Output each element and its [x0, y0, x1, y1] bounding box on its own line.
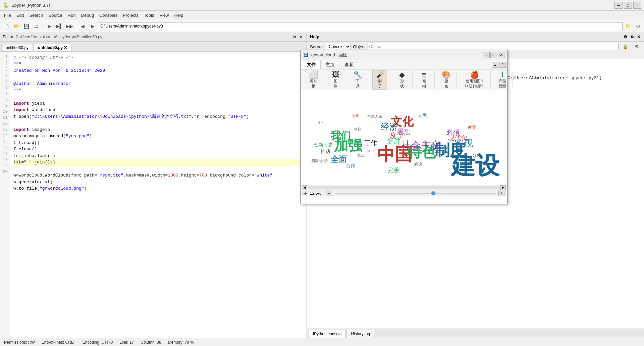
wordcloud-svg: 建设 中国 特色 制度 社会主义 加强 文化 社会 经济 我们 改革 促进 思想…	[301, 90, 507, 184]
mpl-help-ribbon-button[interactable]: ?	[499, 62, 506, 68]
zoom-slider[interactable]	[335, 193, 496, 194]
scroll-left-button[interactable]: ◀	[302, 185, 307, 190]
mpl-expand-ribbon-button[interactable]: ▲	[492, 62, 498, 68]
wc-word-世界: 世界	[424, 142, 435, 148]
save-button[interactable]: 💾	[21, 22, 31, 31]
help-options-button[interactable]: ⚙	[632, 42, 641, 51]
save-all-button[interactable]: 🗂	[32, 22, 41, 31]
ribbon-group-3d: 🍎 使用画图3D 进行编辑	[458, 71, 491, 89]
zoom-handle	[431, 191, 435, 195]
menu-edit[interactable]: Edit	[14, 12, 26, 18]
matplotlib-window: 🖼 grwordcloud - 画图 ─ □ ✕ 文件 主页 查看 ▲ ? ⬜ …	[300, 50, 507, 204]
ribbon-btn-shapes[interactable]: ◆ 形状	[394, 70, 410, 90]
menu-consoles[interactable]: Consoles	[97, 12, 120, 18]
ribbon-btn-info[interactable]: ℹ 产品提醒	[495, 70, 510, 90]
menu-search[interactable]: Search	[26, 12, 46, 18]
mpl-scrollbar-h[interactable]: ◀ ▶	[301, 185, 507, 190]
ribbon-btn-brush[interactable]: 🖌 刷子	[372, 70, 387, 90]
wc-word-思想: 思想	[397, 128, 411, 135]
ribbon-btn-thickness[interactable]: ≡ 粗细	[417, 70, 432, 90]
scroll-right-button[interactable]: ▶	[500, 185, 506, 190]
ribbon-group-tools: 🔧 工具	[347, 71, 368, 89]
run-button[interactable]: ▶	[45, 22, 54, 31]
mpl-title: grwordcloud - 画图	[311, 52, 483, 58]
menu-source[interactable]: Source	[46, 12, 65, 18]
run-cell-advance-button[interactable]: ▶▶	[65, 22, 74, 31]
wc-word-国家安全: 国家安全	[311, 158, 328, 163]
wc-word-基本: 基本	[357, 154, 365, 158]
zoom-in-button[interactable]: +	[498, 191, 504, 196]
window-controls: ─ □ ✕	[614, 2, 641, 9]
wc-word-业务: 业务	[317, 121, 324, 125]
brush-icon: 🖌	[376, 71, 384, 79]
maximize-button[interactable]: □	[624, 2, 632, 9]
new-file-button[interactable]: 📄	[1, 22, 11, 31]
wc-word-解决: 解决	[414, 162, 422, 166]
ribbon-btn-color[interactable]: 🎨 颜色	[439, 70, 454, 90]
zoom-percent: 12.5%	[310, 191, 323, 196]
wc-word-教育: 教育	[354, 127, 361, 131]
menu-file[interactable]: File	[1, 12, 14, 18]
zoom-out-button[interactable]: −	[326, 191, 332, 196]
mpl-maximize-button[interactable]: □	[490, 52, 497, 58]
wc-word-创新历史: 创新历史	[314, 142, 333, 147]
wc-word-民族: 民族	[347, 138, 360, 145]
lock-button[interactable]: 🔒	[621, 42, 630, 51]
memory-status: Memory: 79 %	[168, 340, 194, 345]
mpl-app-icon: 🖼	[303, 52, 309, 58]
mpl-ribbon: 文件 主页 查看 ▲ ? ⬜ 剪贴板 🖼 图像	[301, 60, 507, 90]
ribbon-btn-tools[interactable]: 🔧 工具	[350, 70, 365, 90]
minimize-button[interactable]: ─	[614, 2, 623, 9]
line-numbers: 1234567891011121314151617181920	[0, 52, 10, 338]
code-area[interactable]: # -*- coding: utf-8 -*- """ Created on M…	[10, 52, 307, 338]
menu-projects[interactable]: Projects	[120, 12, 141, 18]
menu-debug[interactable]: Debug	[78, 12, 97, 18]
ribbon-group-shapes: ◆ 形状	[392, 71, 413, 89]
back-button[interactable]: ◀	[78, 22, 87, 31]
console-tab-ipython[interactable]: IPython console	[309, 330, 346, 338]
editor-header-icons: ⧉ ✕	[292, 35, 304, 39]
menu-view[interactable]: View	[157, 12, 171, 18]
help-close-button[interactable]: ✕	[636, 35, 641, 39]
ribbon-btn-clipboard[interactable]: ⬜ 剪贴板	[306, 70, 321, 90]
console-tab-history[interactable]: History log	[346, 330, 374, 338]
object-input[interactable]	[368, 43, 619, 50]
mpl-close-button[interactable]: ✕	[498, 52, 504, 58]
wc-word-经济: 经济	[381, 122, 398, 132]
ribbon-btn-image[interactable]: 🖼 图像	[328, 70, 343, 90]
close-button[interactable]: ✕	[633, 2, 641, 9]
mpl-zoom-bar: ✛ 12.5% − +	[301, 190, 507, 196]
editor-path: C:\Users\Administrator\.spyder-py3\untit…	[16, 35, 102, 39]
ribbon-tab-file[interactable]: 文件	[302, 60, 321, 69]
menu-run[interactable]: Run	[65, 12, 78, 18]
app-title: Spyder (Python 3.7)	[11, 3, 614, 8]
menu-tools[interactable]: Tools	[141, 12, 157, 18]
help-float-button[interactable]: ⧉	[630, 35, 635, 39]
help-title: Help	[310, 34, 319, 39]
mpl-minimize-button[interactable]: ─	[483, 52, 490, 58]
editor-content[interactable]: 1234567891011121314151617181920 # -*- co…	[0, 52, 307, 338]
help-gear-icon[interactable]: ⚙	[623, 35, 628, 39]
wc-word-教育2: 教育	[468, 125, 476, 130]
editor-float-button[interactable]: ⧉	[292, 35, 297, 39]
menu-bar: File Edit Search Source Run Debug Consol…	[0, 11, 644, 20]
browse-button[interactable]: 📁	[623, 22, 633, 31]
forward-button[interactable]: ▶	[88, 22, 97, 31]
options-button[interactable]: ⚙	[633, 22, 643, 31]
open-file-button[interactable]: 📂	[11, 22, 21, 31]
wc-word-领导: 领导	[473, 153, 481, 158]
mpl-canvas: 建设 中国 特色 制度 社会主义 加强 文化 社会 经济 我们 改革 促进 思想…	[301, 90, 507, 185]
wc-word-完善: 完善	[387, 167, 399, 174]
editor-tab-untitled30[interactable]: untitled30.py	[1, 44, 33, 51]
run-cell-button[interactable]: ▶▌	[55, 22, 64, 31]
ribbon-btn-3d[interactable]: 🍎 使用画图3D 进行编辑	[461, 70, 488, 90]
eol-status: End-of-lines: CRLF	[42, 340, 76, 345]
source-select[interactable]: Console Editor	[326, 43, 351, 50]
toolbar-separator-2	[76, 23, 76, 30]
ribbon-tab-home[interactable]: 主页	[321, 60, 339, 69]
editor-tab-untitled50[interactable]: untitled50.py ✕	[34, 44, 71, 51]
menu-help[interactable]: Help	[171, 12, 186, 18]
ribbon-tab-view[interactable]: 查看	[339, 60, 358, 69]
editor-close-button[interactable]: ✕	[299, 35, 304, 39]
current-path: C:\Users\Administrator\.spyder-py3	[100, 24, 163, 29]
